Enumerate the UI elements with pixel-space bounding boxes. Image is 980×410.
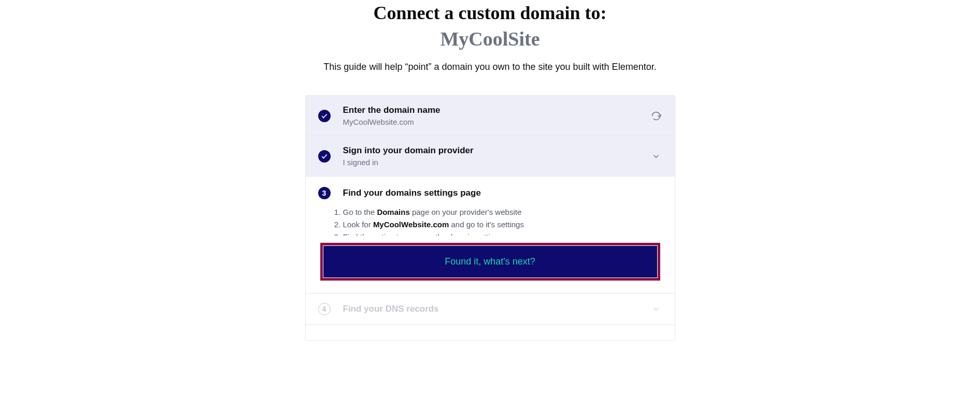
step-title: Enter the domain name — [343, 105, 650, 115]
check-icon — [318, 150, 331, 163]
step-number-badge: 3 — [318, 187, 331, 199]
domain-value: MyCoolWebsite.com — [343, 118, 650, 126]
page-title-line1: Connect a custom domain to: — [374, 2, 607, 24]
found-it-button[interactable]: Found it, what's next? — [323, 246, 657, 277]
page-subtitle: This guide will help “point” a domain yo… — [323, 62, 656, 72]
step-status: I signed in — [343, 158, 650, 167]
step-sign-in[interactable]: Sign into your domain provider I signed … — [306, 136, 675, 177]
page-title-line2: MyCoolSite — [374, 27, 607, 50]
chevron-down-icon — [650, 303, 662, 315]
refresh-icon[interactable] — [650, 110, 662, 122]
step-find-settings: 3 Find your domains settings page Go to … — [306, 177, 675, 293]
chevron-down-icon[interactable] — [650, 150, 662, 163]
steps-panel: Enter the domain name MyCoolWebsite.com … — [305, 95, 675, 341]
step-find-dns[interactable]: 4 Find your DNS records — [306, 293, 675, 325]
step-placeholder — [306, 325, 675, 340]
instruction-3: Find the option to manage the domain set… — [343, 231, 662, 236]
step-title: Find your DNS records — [343, 304, 650, 314]
instruction-1: Go to the Domains page on your provider'… — [343, 207, 662, 218]
step-number-badge: 4 — [318, 303, 331, 315]
step-title: Find your domains settings page — [343, 188, 481, 198]
step-enter-domain[interactable]: Enter the domain name MyCoolWebsite.com — [306, 96, 675, 136]
check-icon — [318, 110, 331, 122]
instruction-2: Look for MyCoolWebsite.com and go to it'… — [343, 219, 662, 230]
cta-highlight-frame: Found it, what's next? — [320, 243, 660, 281]
step-title: Sign into your domain provider — [343, 145, 650, 156]
step-instructions: Go to the Domains page on your provider'… — [318, 207, 662, 236]
